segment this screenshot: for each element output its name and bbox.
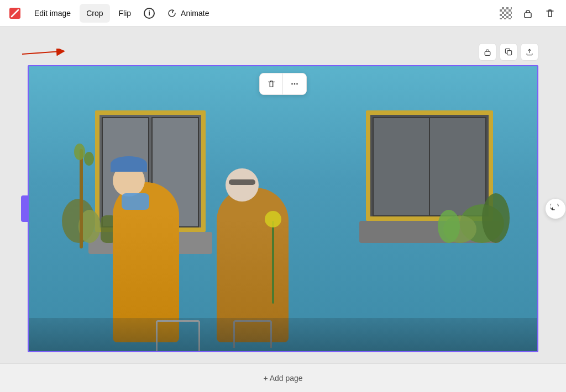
bottom-bar: + Add page (0, 363, 566, 392)
info-icon: i (144, 8, 155, 19)
image-overlay-toolbar (259, 73, 307, 95)
svg-line-4 (22, 51, 61, 54)
more-icon (290, 79, 300, 89)
svg-rect-5 (485, 51, 490, 55)
flip-button[interactable]: Flip (112, 4, 138, 23)
person-right-head (226, 168, 259, 202)
toolbar-left-group: Edit image Crop Flip i Animate (7, 4, 494, 23)
animate-button[interactable]: Animate (161, 4, 216, 23)
flip-label: Flip (119, 9, 132, 18)
image-export-button[interactable] (521, 43, 538, 61)
edit-image-label: Edit image (34, 9, 71, 18)
delete-button[interactable] (541, 4, 559, 23)
rotate-button[interactable] (545, 198, 566, 219)
crop-button[interactable]: Crop (80, 4, 109, 23)
svg-point-8 (294, 83, 296, 85)
app-logo[interactable] (7, 5, 23, 22)
canvas-area (0, 27, 566, 363)
svg-point-7 (291, 83, 293, 85)
copy-icon (504, 47, 513, 56)
main-toolbar: Edit image Crop Flip i Animate (0, 0, 566, 27)
image-frame[interactable] (28, 65, 538, 352)
lock-icon (483, 47, 492, 56)
toolbar-right-group (496, 4, 559, 23)
person-left-hat (111, 156, 147, 172)
transparency-icon (500, 7, 512, 19)
crop-label: Crop (86, 9, 103, 18)
svg-point-9 (296, 83, 298, 85)
overlay-more-button[interactable] (283, 73, 306, 94)
lock-icon (522, 8, 533, 19)
add-page-label: + Add page (263, 374, 302, 383)
left-resize-handle[interactable] (21, 195, 29, 222)
trash-icon (266, 79, 276, 89)
image-lock-button[interactable] (479, 43, 496, 61)
window-right (366, 110, 493, 221)
svg-rect-6 (507, 51, 512, 55)
overlay-delete-button[interactable] (260, 73, 283, 94)
info-button[interactable]: i (140, 4, 159, 23)
transparency-button[interactable] (496, 4, 515, 23)
lock-button[interactable] (518, 4, 537, 23)
edit-image-button[interactable]: Edit image (28, 4, 77, 23)
trash-icon (544, 8, 555, 19)
export-icon (525, 47, 534, 56)
add-page-button[interactable]: + Add page (252, 369, 313, 387)
photo-content (29, 66, 537, 351)
image-copy-button[interactable] (500, 43, 517, 61)
animate-label: Animate (181, 9, 209, 18)
rotate-icon (551, 204, 560, 214)
animate-icon (167, 8, 177, 18)
image-topbar (479, 43, 538, 61)
page-canvas (28, 65, 538, 352)
svg-rect-2 (525, 13, 531, 18)
